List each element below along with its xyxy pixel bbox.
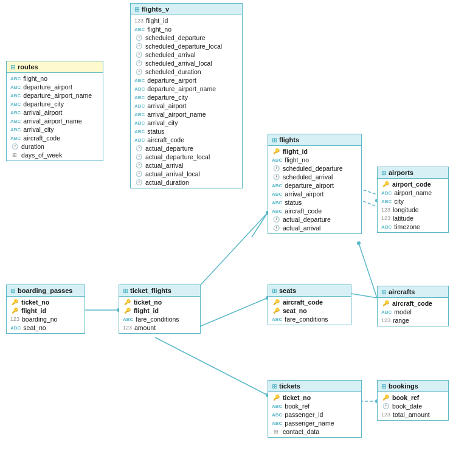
table-row: ⊞contact_data [268, 427, 361, 436]
table-bookings-header: ⊞ bookings [378, 381, 448, 392]
table-row: 123total_amount [378, 410, 448, 419]
row-name: airport_code [392, 181, 431, 188]
row-name: amount [134, 324, 156, 331]
table-row: 🔑ticket_no [268, 393, 361, 402]
table-row: ABCaircraft_code [7, 134, 103, 142]
row-icon: ABC [272, 412, 282, 418]
table-flights_v-body: 123flight_id ABCflight_no 🕐scheduled_dep… [131, 15, 242, 188]
table-tickets-title: tickets [279, 382, 300, 390]
row-icon: 🕐 [134, 35, 143, 41]
table-tickets-header: ⊞ tickets [268, 381, 361, 392]
table-row: ABCdeparture_airport_name [7, 91, 103, 100]
row-name: latitude [393, 215, 413, 222]
row-icon: ABC [10, 110, 21, 116]
row-name: flight_no [23, 75, 47, 82]
row-name: actual_arrival [145, 162, 183, 169]
table-row: 🔑aircraft_code [268, 298, 351, 306]
table-seats: ⊞ seats 🔑aircraft_code 🔑seat_no ABCfare_… [268, 285, 351, 325]
row-icon: 🕐 [134, 60, 143, 66]
table-row: 🕐actual_departure [268, 215, 361, 224]
table-row: 🕐actual_arrival_local [131, 170, 242, 178]
row-name: fare_conditions [136, 316, 179, 323]
row-icon: 🔑 [10, 308, 19, 314]
row-name: arrival_city [23, 126, 54, 133]
row-icon: ABC [381, 190, 392, 196]
row-icon: 🕐 [272, 174, 280, 180]
row-name: book_ref [285, 402, 309, 410]
table-airports: ⊞ airports 🔑airport_code ABCairport_name… [377, 167, 449, 233]
row-name: timezone [394, 223, 420, 230]
row-icon: 🔑 [381, 181, 390, 187]
table-row: 123latitude [378, 214, 448, 222]
table-row: ABCstatus [131, 127, 242, 136]
row-icon: ABC [272, 157, 282, 163]
table-aircrafts-header: ⊞ aircrafts [378, 286, 448, 298]
diagram: ⊞ flights_v 123flight_id ABCflight_no 🕐s… [0, 0, 453, 476]
row-icon: ABC [123, 317, 133, 322]
table-row: ABCcity [378, 197, 448, 205]
table-row: 🔑flight_id [7, 306, 85, 315]
row-icon: ABC [134, 78, 145, 83]
row-icon: 🔑 [123, 299, 131, 305]
table-row: 🕐scheduled_arrival [131, 50, 242, 59]
table-ticket_flights-body: 🔑ticket_no 🔑flight_id ABCfare_conditions… [119, 297, 200, 333]
row-name: arrival_city [147, 119, 178, 126]
svg-line-14 [155, 337, 268, 395]
table-row: 🔑ticket_no [119, 298, 200, 306]
row-name: aircraft_code [147, 136, 184, 143]
table-row: 🔑book_ref [378, 393, 448, 402]
row-icon: ABC [10, 76, 21, 81]
row-name: flight_id [283, 148, 308, 155]
table-row: ABCdeparture_airport_name [131, 85, 242, 93]
table-boarding_passes-header: ⊞ boarding_passes [7, 285, 85, 297]
table-ticket_flights-title: ticket_flights [130, 287, 171, 294]
row-icon: ABC [381, 309, 392, 315]
row-icon: 🔑 [272, 148, 280, 154]
row-icon: ABC [10, 325, 21, 331]
row-name: duration [21, 143, 44, 150]
row-name: ticket_no [21, 298, 49, 306]
row-icon: ⊞ [272, 429, 280, 435]
table-row: ABCaircraft_code [131, 136, 242, 144]
svg-point-5 [357, 241, 361, 245]
table-aircrafts-body: 🔑aircraft_code ABCmodel 123range [378, 298, 448, 326]
row-name: ticket_no [283, 394, 311, 401]
table-row: ABCflight_no [268, 156, 361, 164]
row-icon: ABC [272, 404, 282, 409]
row-icon: ABC [134, 120, 145, 126]
row-name: range [393, 317, 409, 324]
table-row: ABCpassenger_name [268, 419, 361, 427]
row-name: departure_city [147, 94, 188, 101]
table-aircrafts-title: aircrafts [389, 288, 415, 295]
row-icon: 🔑 [123, 308, 131, 314]
table-row: ABCairport_name [378, 188, 448, 197]
row-name: departure_airport_name [147, 85, 216, 92]
row-icon: ABC [10, 102, 21, 107]
table-row: 🔑airport_code [378, 180, 448, 188]
table-icon: ⊞ [381, 289, 386, 295]
row-icon: 🕐 [134, 179, 143, 185]
table-row: 🕐scheduled_duration [131, 67, 242, 76]
row-name: boarding_no [22, 316, 57, 323]
table-row: ABCarrival_airport_name [131, 110, 242, 119]
row-icon: 123 [381, 215, 390, 221]
row-icon: 123 [134, 18, 144, 24]
row-icon: 🕐 [134, 145, 143, 151]
table-row: ABCfare_conditions [119, 315, 200, 323]
table-row: 🔑aircraft_code [378, 299, 448, 308]
row-name: arrival_airport [147, 102, 186, 109]
row-name: scheduled_departure [145, 34, 206, 41]
table-row: 123boarding_no [7, 315, 85, 323]
row-icon: ABC [134, 95, 145, 100]
row-name: book_date [392, 402, 422, 410]
row-icon: 123 [123, 325, 132, 331]
svg-line-0 [252, 213, 268, 237]
table-flights_v: ⊞ flights_v 123flight_id ABCflight_no 🕐s… [130, 3, 243, 188]
row-name: scheduled_arrival_local [145, 60, 212, 67]
row-icon: ABC [10, 136, 21, 141]
row-name: aircraft_code [392, 300, 432, 307]
table-seats-title: seats [279, 287, 296, 294]
table-flights_v-title: flights_v [142, 5, 169, 13]
table-airports-body: 🔑airport_code ABCairport_name ABCcity 12… [378, 179, 448, 232]
table-icon: ⊞ [381, 383, 386, 390]
